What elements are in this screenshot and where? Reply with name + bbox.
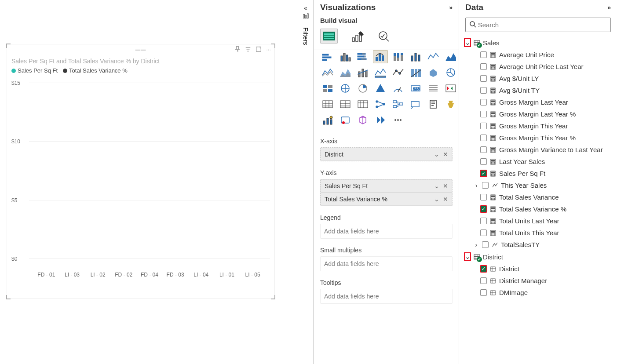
field-checkbox[interactable]: [480, 111, 487, 117]
viz-type-icon-35[interactable]: [373, 113, 388, 127]
collapse-data-icon[interactable]: »: [607, 4, 611, 11]
field-row[interactable]: ›TotalSalesTY: [463, 239, 613, 251]
field-row[interactable]: ✓Total Sales Variance %: [463, 203, 613, 215]
field-row[interactable]: ✓District: [463, 263, 613, 275]
focus-mode-icon[interactable]: [256, 46, 262, 54]
field-row[interactable]: District Manager: [463, 275, 613, 287]
viz-type-icon-29[interactable]: [408, 98, 423, 111]
field-checkbox[interactable]: [480, 51, 487, 58]
field-checkbox[interactable]: [480, 123, 487, 129]
field-checkbox[interactable]: [482, 182, 489, 189]
field-row[interactable]: Gross Margin This Year %: [463, 132, 613, 144]
viz-type-icon-23[interactable]: [443, 82, 458, 95]
viz-type-icon-28[interactable]: [391, 98, 405, 111]
field-row[interactable]: Gross Margin This Year: [463, 120, 613, 132]
viz-type-icon-1[interactable]: [338, 50, 353, 63]
build-visual-tab[interactable]: [320, 29, 338, 44]
field-well-dropzone[interactable]: District⌄✕: [320, 147, 453, 161]
viz-type-icon-2[interactable]: [355, 50, 370, 63]
viz-type-icon-17[interactable]: [338, 82, 353, 95]
viz-type-icon-3[interactable]: [373, 50, 388, 63]
viz-type-icon-7[interactable]: [443, 50, 458, 63]
field-well-dropzone[interactable]: Sales Per Sq Ft⌄✕Total Sales Variance %⌄…: [320, 179, 453, 206]
field-row[interactable]: Avg $/Unit LY: [463, 73, 613, 84]
resize-handle-bl[interactable]: [6, 295, 11, 299]
drag-handle-icon[interactable]: ══: [135, 46, 146, 54]
viz-type-icon-8[interactable]: [320, 66, 335, 79]
field-pill[interactable]: Total Sales Variance %⌄✕: [321, 193, 452, 206]
viz-type-icon-14[interactable]: [426, 66, 441, 79]
viz-type-icon-5[interactable]: [408, 50, 423, 63]
viz-type-icon-13[interactable]: [408, 66, 423, 79]
field-pill[interactable]: District⌄✕: [321, 148, 452, 161]
expand-filters-icon[interactable]: «: [304, 4, 307, 11]
format-visual-tab[interactable]: [351, 30, 364, 42]
remove-field-icon[interactable]: ✕: [443, 182, 448, 189]
viz-type-icon-21[interactable]: 123: [408, 82, 423, 95]
viz-type-icon-12[interactable]: [391, 66, 405, 79]
viz-type-icon-20[interactable]: [391, 82, 405, 95]
viz-type-icon-18[interactable]: [355, 82, 370, 95]
field-well-dropzone[interactable]: Add data fields here: [320, 256, 453, 271]
field-row[interactable]: Gross Margin Last Year %: [463, 108, 613, 120]
field-well-dropzone[interactable]: Add data fields here: [320, 224, 453, 239]
field-checkbox[interactable]: [480, 63, 487, 70]
report-canvas[interactable]: ══ ··· Sales Per Sq Ft and Total Sales V…: [0, 0, 298, 364]
field-checkbox[interactable]: [480, 135, 487, 141]
caret-icon[interactable]: ›: [473, 241, 479, 248]
resize-handle-br[interactable]: [271, 295, 275, 299]
chevron-down-icon[interactable]: ⌄: [434, 151, 439, 158]
chevron-down-icon[interactable]: ⌄: [434, 196, 439, 203]
field-checkbox[interactable]: [480, 194, 487, 200]
pin-icon[interactable]: [234, 46, 241, 54]
viz-type-icon-34[interactable]: [355, 113, 370, 127]
viz-type-icon-22[interactable]: [426, 82, 441, 95]
field-row[interactable]: Total Units Last Year: [463, 215, 613, 227]
field-row[interactable]: Total Sales Variance: [463, 191, 613, 203]
viz-type-icon-10[interactable]: [355, 66, 370, 79]
field-checkbox[interactable]: [480, 158, 487, 165]
viz-type-icon-19[interactable]: [373, 82, 388, 95]
more-options-icon[interactable]: ···: [266, 46, 271, 54]
viz-type-icon-25[interactable]: [338, 98, 353, 111]
search-input[interactable]: [478, 21, 607, 29]
chart-visual-frame[interactable]: ══ ··· Sales Per Sq Ft and Total Sales V…: [7, 44, 275, 299]
viz-type-icon-6[interactable]: [426, 50, 441, 63]
filter-icon[interactable]: [245, 46, 251, 54]
viz-type-icon-4[interactable]: [391, 50, 405, 63]
table-node[interactable]: ⌄District: [463, 251, 613, 263]
field-checkbox[interactable]: [480, 218, 487, 224]
field-pill[interactable]: Sales Per Sq Ft⌄✕: [321, 179, 452, 193]
viz-type-icon-33[interactable]: [338, 113, 353, 127]
field-well-dropzone[interactable]: Add data fields here: [320, 289, 453, 304]
search-input-wrapper[interactable]: [465, 18, 611, 32]
table-node[interactable]: ⌄Sales: [463, 36, 613, 49]
caret-icon[interactable]: ⌄: [464, 39, 471, 47]
viz-type-icon-24[interactable]: [320, 98, 335, 111]
field-checkbox[interactable]: [480, 75, 487, 82]
field-row[interactable]: Gross Margin Last Year: [463, 96, 613, 108]
field-row[interactable]: Gross Margin Variance to Last Year: [463, 144, 613, 156]
field-row[interactable]: Last Year Sales: [463, 156, 613, 167]
viz-type-icon-16[interactable]: [320, 82, 335, 95]
field-row[interactable]: Average Unit Price: [463, 49, 613, 61]
viz-type-icon-26[interactable]: [355, 98, 370, 111]
viz-type-icon-9[interactable]: [338, 66, 353, 79]
analytics-tab[interactable]: [377, 30, 391, 42]
viz-type-icon-32[interactable]: [320, 113, 335, 127]
field-row[interactable]: Total Units This Year: [463, 227, 613, 239]
field-checkbox[interactable]: [480, 99, 487, 106]
viz-type-icon-36[interactable]: [391, 113, 405, 127]
field-checkbox[interactable]: [480, 146, 487, 153]
field-row[interactable]: ✓Sales Per Sq Ft: [463, 167, 613, 179]
viz-type-icon-31[interactable]: [443, 98, 458, 111]
field-checkbox[interactable]: [480, 289, 487, 296]
viz-type-icon-30[interactable]: [426, 98, 441, 111]
filters-label[interactable]: Filters: [302, 27, 310, 45]
field-checkbox[interactable]: [480, 277, 487, 284]
remove-field-icon[interactable]: ✕: [443, 196, 448, 203]
field-checkbox[interactable]: [480, 87, 487, 94]
chevron-down-icon[interactable]: ⌄: [434, 182, 439, 189]
field-checkbox[interactable]: [480, 229, 487, 236]
viz-type-icon-27[interactable]: [373, 98, 388, 111]
